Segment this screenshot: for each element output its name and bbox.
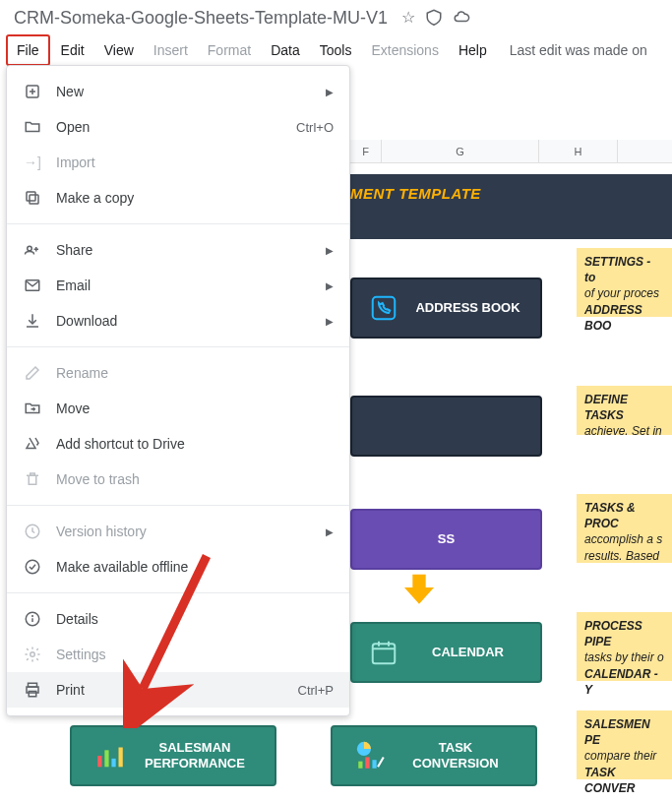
chevron-right-icon: ▶	[326, 526, 334, 537]
svg-rect-20	[372, 644, 395, 663]
svg-point-13	[32, 616, 33, 617]
svg-rect-29	[358, 762, 362, 769]
menu-trash[interactable]: Move to trash	[7, 462, 349, 497]
menu-item-label: Import	[56, 154, 334, 170]
menu-rename[interactable]: Rename	[7, 355, 349, 391]
share-icon	[23, 240, 42, 260]
download-icon	[23, 311, 42, 331]
menu-new[interactable]: New ▶	[7, 74, 349, 109]
email-icon	[23, 276, 42, 295]
svg-rect-30	[365, 757, 369, 768]
folder-icon	[23, 117, 42, 137]
phone-icon	[366, 290, 401, 326]
menu-open[interactable]: Open Ctrl+O	[7, 109, 349, 145]
title-bar: CRM-Someka-Google-Sheets-Template-MU-V1 …	[0, 0, 672, 32]
note-settings: SETTINGS - to of your proces ADDRESS BOO	[577, 248, 672, 317]
calendar-icon	[366, 635, 401, 670]
bar-chart-icon	[92, 738, 128, 773]
tile-define-tasks[interactable]	[350, 396, 542, 457]
move-folder-icon	[23, 399, 42, 418]
menu-print[interactable]: Print Ctrl+P	[7, 672, 349, 708]
menu-email[interactable]: Email ▶	[7, 268, 349, 303]
menu-details[interactable]: Details	[7, 601, 349, 637]
chevron-right-icon: ▶	[326, 245, 334, 256]
info-icon	[23, 609, 42, 629]
menu-item-label: Share	[56, 242, 312, 258]
menu-separator	[7, 223, 349, 224]
menu-format[interactable]: Format	[199, 36, 260, 64]
tile-label: SALESMAN PERFORMANCE	[136, 740, 254, 771]
tile-tasks-process[interactable]: SS	[350, 509, 542, 570]
trash-icon	[23, 469, 42, 489]
svg-rect-24	[97, 756, 101, 767]
down-arrow-icon	[399, 568, 439, 607]
tile-label: CALENDAR	[409, 645, 527, 660]
copy-icon	[23, 188, 42, 208]
col-header[interactable]: F	[350, 140, 382, 162]
svg-rect-27	[119, 748, 123, 768]
menu-add-shortcut[interactable]: Add shortcut to Drive	[7, 426, 349, 462]
menu-item-label: Email	[56, 278, 312, 293]
menu-view[interactable]: View	[95, 36, 143, 64]
document-title[interactable]: CRM-Someka-Google-Sheets-Template-MU-V1	[10, 6, 392, 31]
menu-share[interactable]: Share ▶	[7, 232, 349, 268]
svg-point-5	[28, 246, 32, 251]
star-icon[interactable]: ☆	[401, 8, 415, 30]
tile-label: ADDRESS BOOK	[409, 300, 527, 316]
menu-item-label: Download	[56, 313, 312, 329]
chevron-right-icon: ▶	[326, 87, 334, 97]
menu-import[interactable]: →] Import	[7, 145, 349, 180]
tile-address-book[interactable]: ADDRESS BOOK	[350, 278, 542, 339]
note-pipeline: PROCESS PIPE tasks by their o CALENDAR -…	[577, 612, 672, 681]
note-tasks: TASKS & PROC accomplish a s results. Bas…	[577, 494, 672, 563]
menu-data[interactable]: Data	[262, 36, 309, 64]
menu-separator	[7, 592, 349, 593]
note-define: DEFINE TASKS achieve. Set in	[577, 386, 672, 435]
menu-item-label: Version history	[56, 524, 312, 539]
menu-extensions[interactable]: Extensions	[362, 36, 447, 64]
cloud-icon[interactable]	[453, 8, 470, 30]
tile-label: SS	[438, 531, 455, 547]
last-edit-text[interactable]: Last edit was made on	[510, 42, 647, 58]
offline-icon	[23, 557, 42, 577]
note-salesmen: SALESMEN PE compare their TASK CONVER	[577, 710, 672, 779]
title-icons: ☆	[401, 8, 470, 30]
history-icon	[23, 522, 42, 541]
menu-tools[interactable]: Tools	[311, 36, 361, 64]
svg-point-14	[31, 652, 35, 657]
col-header[interactable]: H	[539, 140, 618, 162]
svg-rect-31	[372, 760, 376, 769]
menu-download[interactable]: Download ▶	[7, 303, 349, 339]
menu-separator	[7, 346, 349, 347]
column-headers: F G H	[350, 140, 672, 163]
import-icon: →]	[23, 153, 42, 172]
menu-item-label: Print	[56, 682, 284, 698]
svg-rect-3	[30, 195, 38, 204]
menu-item-label: Make a copy	[56, 190, 334, 206]
menu-separator	[7, 505, 349, 506]
tile-salesman-performance[interactable]: SALESMAN PERFORMANCE	[70, 725, 276, 786]
svg-rect-4	[27, 192, 35, 201]
print-icon	[23, 680, 42, 700]
menu-offline[interactable]: Make available offline	[7, 549, 349, 585]
drive-shortcut-icon	[23, 434, 42, 454]
menu-shortcut: Ctrl+O	[296, 120, 334, 135]
move-icon[interactable]	[425, 8, 443, 30]
menu-insert[interactable]: Insert	[145, 36, 197, 64]
menu-make-copy[interactable]: Make a copy	[7, 180, 349, 216]
menu-help[interactable]: Help	[450, 36, 496, 64]
pie-bar-icon	[353, 738, 389, 773]
chevron-right-icon: ▶	[326, 280, 334, 291]
svg-rect-25	[104, 750, 108, 767]
new-icon	[23, 82, 42, 101]
menu-version-history[interactable]: Version history ▶	[7, 514, 349, 549]
menu-settings[interactable]: Settings	[7, 637, 349, 672]
gear-icon	[23, 645, 42, 664]
menu-move[interactable]: Move	[7, 391, 349, 426]
template-subheader	[350, 212, 672, 239]
tile-task-conversion[interactable]: TASK CONVERSION	[331, 725, 537, 786]
tile-calendar[interactable]: CALENDAR	[350, 622, 542, 683]
menu-file[interactable]: File	[6, 34, 50, 66]
menu-edit[interactable]: Edit	[52, 36, 93, 64]
col-header[interactable]: G	[382, 140, 539, 162]
